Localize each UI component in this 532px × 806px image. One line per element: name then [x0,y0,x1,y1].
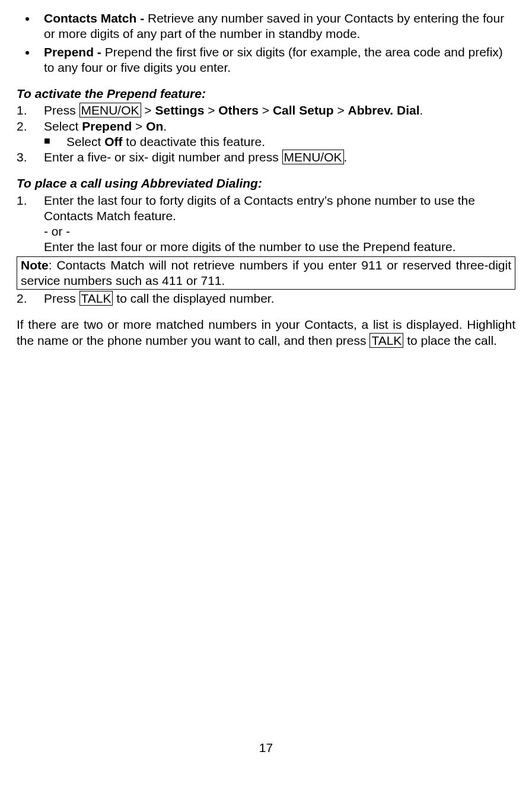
bullet-text: Prepend the first five or six digits (fo… [44,45,503,74]
note-text: : Contacts Match will not retrieve numbe… [21,258,511,287]
step-2: 2. Select Prepend > On. ■ Select Off to … [17,119,515,150]
key-menu-ok: MENU/OK [79,103,141,118]
activate-steps: 1. Press MENU/OK > Settings > Others > C… [17,103,515,165]
note-label: Note [21,258,49,272]
step-1: 1. Press MENU/OK > Settings > Others > C… [17,103,515,118]
footer-paragraph: If there are two or more matched numbers… [17,317,515,348]
bullet-title: Prepend - [44,45,105,59]
place-call-steps-cont: 2. Press TALK to call the displayed numb… [17,291,515,306]
substep: ■ Select Off to deactivate this feature. [44,134,515,150]
key-talk: TALK [79,291,113,306]
step-1: 1. Enter the last four to forty digits o… [17,193,515,255]
feature-bullets: Contacts Match - Retrieve any number sav… [17,11,515,75]
heading-place-call: To place a call using Abbreviated Dialin… [17,176,515,191]
note-box: Note: Contacts Match will not retrieve n… [17,256,515,290]
place-call-steps: 1. Enter the last four to forty digits o… [17,193,515,255]
step-3: 3. Enter a five- or six- digit number an… [17,150,515,165]
square-bullet-icon: ■ [44,134,66,150]
bullet-prepend: Prepend - Prepend the first five or six … [37,45,515,76]
bullet-contacts-match: Contacts Match - Retrieve any number sav… [37,11,515,42]
key-talk: TALK [369,333,403,348]
step-2: 2. Press TALK to call the displayed numb… [17,291,515,306]
key-menu-ok: MENU/OK [282,150,344,164]
heading-activate-prepend: To activate the Prepend feature: [17,86,515,101]
bullet-title: Contacts Match - [44,11,148,25]
page-number: 17 [17,740,515,756]
